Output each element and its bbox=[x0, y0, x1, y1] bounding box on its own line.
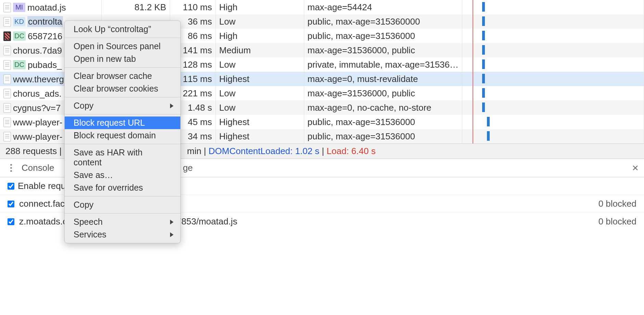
priority-cell: Medium bbox=[216, 43, 304, 57]
tab-console[interactable]: Console bbox=[22, 163, 54, 173]
ctx-save-har[interactable]: Save as HAR with content bbox=[65, 146, 180, 169]
image-file-icon bbox=[3, 31, 11, 41]
cache-cell: public, max-age=31536000 bbox=[304, 29, 462, 43]
waterfall-load-line bbox=[473, 43, 473, 57]
ctx-speech[interactable]: Speech bbox=[65, 216, 180, 228]
script-file-icon bbox=[3, 89, 11, 98]
summary-requests: 288 requests | 4 bbox=[5, 146, 69, 156]
waterfall-bar bbox=[487, 117, 490, 126]
initiator-badge: DC bbox=[13, 60, 26, 69]
blocked-pattern: connect.fac bbox=[19, 198, 65, 209]
priority-cell: Highest bbox=[216, 129, 304, 143]
cache-cell: private, immutable, max-age=31536… bbox=[304, 57, 462, 72]
script-file-icon bbox=[3, 17, 11, 27]
tab-truncated[interactable]: ge bbox=[183, 163, 193, 173]
script-file-icon bbox=[3, 60, 11, 70]
waterfall-load-line bbox=[473, 72, 473, 86]
ctx-clear-cookies[interactable]: Clear browser cookies bbox=[65, 82, 180, 95]
waterfall-cell bbox=[462, 29, 644, 43]
request-name: www-player- bbox=[13, 117, 62, 127]
blocked-count: 0 blocked bbox=[598, 198, 636, 209]
script-file-icon bbox=[3, 3, 11, 12]
enable-blocking-checkbox[interactable] bbox=[8, 183, 14, 190]
blocked-checkbox[interactable] bbox=[8, 218, 14, 225]
waterfall-load-line bbox=[473, 0, 473, 14]
priority-cell: Highest bbox=[216, 72, 304, 86]
ctx-block-domain[interactable]: Block request domain bbox=[65, 129, 180, 142]
cache-cell: public, max-age=31536000 bbox=[304, 115, 462, 129]
size-cell: 81.2 KB bbox=[101, 0, 170, 14]
priority-cell: Highest bbox=[216, 115, 304, 129]
waterfall-bar bbox=[482, 59, 485, 69]
waterfall-bar bbox=[482, 45, 485, 55]
blocked-count: 0 blocked bbox=[598, 216, 636, 227]
waterfall-cell bbox=[462, 115, 644, 129]
cache-cell: max-age=0, no-cache, no-store bbox=[304, 100, 462, 115]
waterfall-cell bbox=[462, 43, 644, 57]
enable-blocking-label: Enable requ bbox=[18, 181, 66, 191]
cache-cell: max-age=0, must-revalidate bbox=[304, 72, 462, 86]
waterfall-bar bbox=[482, 2, 485, 12]
ctx-separator bbox=[65, 144, 180, 144]
waterfall-load-line bbox=[473, 14, 473, 29]
priority-cell: Low bbox=[216, 100, 304, 115]
blocked-checkbox[interactable] bbox=[8, 201, 14, 207]
priority-cell: Low bbox=[216, 14, 304, 29]
ctx-block-url[interactable]: Block request URL bbox=[65, 117, 180, 129]
request-name: www.theverg bbox=[13, 74, 64, 84]
ctx-separator bbox=[65, 38, 180, 38]
ctx-save-as[interactable]: Save as… bbox=[65, 169, 180, 181]
script-file-icon bbox=[3, 103, 11, 113]
cache-cell: max-age=31536000, public bbox=[304, 86, 462, 100]
priority-cell: High bbox=[216, 0, 304, 14]
waterfall-bar bbox=[482, 31, 485, 40]
script-file-icon bbox=[3, 74, 11, 84]
ctx-separator bbox=[65, 97, 180, 97]
waterfall-bar bbox=[482, 102, 485, 112]
ctx-clear-cache[interactable]: Clear browser cache bbox=[65, 70, 180, 82]
waterfall-load-line bbox=[473, 129, 473, 143]
waterfall-cell bbox=[462, 100, 644, 115]
ctx-services[interactable]: Services bbox=[65, 228, 180, 241]
initiator-badge: KD bbox=[13, 17, 25, 26]
ctx-separator bbox=[65, 114, 180, 114]
waterfall-load-line bbox=[473, 57, 473, 72]
table-row[interactable]: MImoatad.js81.2 KB110 msHighmax-age=5442… bbox=[0, 0, 644, 14]
ctx-separator bbox=[65, 213, 180, 214]
priority-cell: High bbox=[216, 29, 304, 43]
close-icon[interactable]: × bbox=[632, 162, 639, 174]
request-name: cygnus?v=7 bbox=[13, 102, 61, 113]
summary-mid: min | bbox=[187, 146, 208, 156]
request-name: chorus.7da9 bbox=[13, 45, 62, 55]
cache-cell: max-age=31536000, public bbox=[304, 43, 462, 57]
waterfall-cell bbox=[462, 129, 644, 143]
script-file-icon bbox=[3, 118, 11, 127]
request-name: controlta bbox=[27, 16, 63, 27]
summary-domcontentloaded: DOMContentLoaded: 1.02 s bbox=[209, 146, 320, 156]
ctx-save-overrides[interactable]: Save for overrides bbox=[65, 181, 180, 194]
ctx-separator bbox=[65, 67, 180, 68]
ctx-open-tab[interactable]: Open in new tab bbox=[65, 53, 180, 65]
cache-cell: public, max-age=315360000 bbox=[304, 14, 462, 29]
waterfall-cell bbox=[462, 0, 644, 14]
kebab-icon[interactable] bbox=[10, 164, 12, 172]
waterfall-load-line bbox=[473, 86, 473, 100]
cache-cell: max-age=54424 bbox=[304, 0, 462, 14]
waterfall-cell bbox=[462, 86, 644, 100]
request-name: 6587216 bbox=[28, 31, 62, 41]
ctx-copy-submenu[interactable]: Copy bbox=[65, 99, 180, 112]
waterfall-cell bbox=[462, 72, 644, 86]
time-cell: 110 ms bbox=[170, 0, 216, 14]
ctx-lookup[interactable]: Look Up “controltag” bbox=[65, 23, 180, 36]
ctx-copy[interactable]: Copy bbox=[65, 198, 180, 211]
ctx-open-sources[interactable]: Open in Sources panel bbox=[65, 40, 180, 53]
initiator-badge: DC bbox=[13, 31, 26, 41]
script-file-icon bbox=[3, 46, 11, 55]
waterfall-cell bbox=[462, 14, 644, 29]
waterfall-bar bbox=[487, 131, 490, 141]
waterfall-load-line bbox=[473, 115, 473, 129]
request-name: www-player- bbox=[13, 131, 62, 141]
initiator-badge: MI bbox=[13, 3, 25, 12]
waterfall-cell bbox=[462, 57, 644, 72]
script-file-icon bbox=[3, 132, 11, 141]
